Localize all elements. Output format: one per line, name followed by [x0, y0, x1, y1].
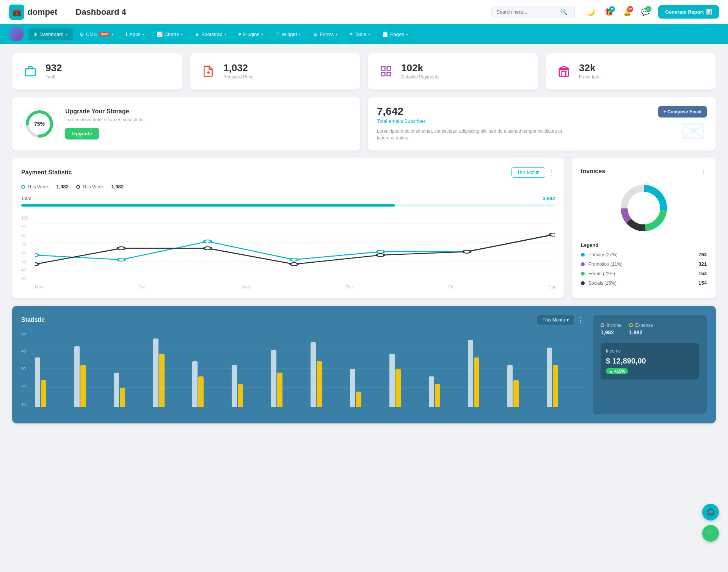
chevron-down-icon-cms: ▾	[111, 32, 113, 36]
cms-new-badge: New	[99, 32, 110, 36]
svg-point-28	[377, 254, 384, 257]
nav-item-apps[interactable]: ℹ Apps ▾	[120, 28, 150, 40]
nav-item-pages[interactable]: 📄 Pages ▾	[377, 28, 413, 40]
income-legend-value: 1,982	[601, 329, 621, 335]
nav-item-dashboard[interactable]: ⊞ Dashboard ▾	[28, 28, 73, 40]
svg-rect-6	[381, 72, 385, 76]
stat-card-required-price: 1,032 Required Price	[190, 53, 360, 89]
grid-icon	[377, 62, 395, 80]
email-info: 7,642 Total emails Subcriber.	[377, 106, 427, 124]
stat-more-options-button[interactable]: ⋮	[577, 316, 584, 324]
nav-item-widget[interactable]: ♡ Widget ▾	[270, 28, 306, 40]
force-tariff-value: 32k	[579, 63, 601, 73]
income-panel-value: $ 12,890,00	[606, 357, 694, 365]
nav-label-charts: Charts	[165, 31, 179, 37]
generate-report-button[interactable]: Generate Report 📊	[658, 5, 719, 19]
this-month-button[interactable]: This Month	[511, 167, 545, 178]
header: 💼 dompet Dashboard 4 🔍 🌙 🎁 2 🔔 12 💬 5 Ge…	[0, 0, 728, 24]
print-icon: 🖨	[313, 31, 318, 37]
nav-label-plugins: Plugins	[243, 31, 259, 37]
payment-header: Payment Statistic This Month ⋮	[21, 167, 555, 178]
logo-icon: 💼	[9, 5, 24, 20]
nav-item-forms[interactable]: 🖨 Forms ▾	[308, 28, 343, 40]
socials-color-dot	[581, 281, 585, 285]
email-envelope-icon: ✉	[681, 114, 706, 149]
up-arrow-icon: ▲	[609, 369, 613, 373]
nav-avatar	[9, 27, 24, 41]
search-bar[interactable]: 🔍	[491, 6, 575, 18]
line-chart-container: 100 90 80 70 60 50 40 30	[21, 214, 555, 289]
stat-header-controls: This Month ▾ ⋮	[537, 315, 584, 325]
payment-card: Payment Statistic This Month ⋮ This Week…	[12, 158, 564, 298]
chart-icon: 📊	[706, 9, 712, 15]
dark-dot-icon	[76, 185, 80, 189]
logo-text: dompet	[27, 7, 57, 17]
nav-item-table[interactable]: ≡ Table ▾	[344, 28, 375, 40]
nav-label-apps: Apps	[129, 31, 141, 37]
gift-badge: 2	[609, 6, 615, 12]
storage-percentage: 75%	[34, 121, 45, 127]
chevron-down-icon-plugins: ▾	[261, 32, 263, 36]
income-panel-label: Income	[606, 348, 694, 354]
payment-legends: This Week 1,982 This Week 1,982	[21, 184, 555, 190]
stat-card-tariff: 932 Tariff	[12, 53, 182, 89]
legend1-value: 1,982	[56, 184, 69, 190]
legend-this-week-1: This Week	[21, 184, 49, 190]
stat-month-button[interactable]: This Month ▾	[537, 315, 574, 325]
nav-item-bootstrap[interactable]: ★ Bootstrap ▾	[190, 28, 232, 40]
income-badge-value: +15%	[614, 369, 625, 373]
svg-point-24	[35, 263, 39, 266]
nav-item-cms[interactable]: ⚙ CMS New ▾	[74, 28, 119, 40]
invoices-header: Invoices ⋮	[581, 167, 707, 176]
y-axis: 100 90 80 70 60 50 40 30	[21, 214, 35, 282]
email-description: Lorem ipsum dolor sit amet, consectetur …	[377, 128, 575, 141]
storage-card: 75% Upgrade Your Storage Lorem ipsum dol…	[12, 97, 360, 150]
nav-label-bootstrap: Bootstrap	[201, 31, 223, 37]
storage-description: Lorem ipsum dolor sit amet, onsectetur.	[65, 117, 145, 122]
gear-icon: ⚙	[80, 31, 84, 37]
moon-icon-btn[interactable]: 🌙	[584, 5, 598, 19]
line-chart-svg-area	[35, 214, 555, 282]
income-legend-dot	[601, 323, 604, 327]
svg-rect-0	[25, 69, 36, 76]
nav-item-plugins[interactable]: ♥ Plugins ▾	[233, 28, 268, 40]
email-card-top: 7,642 Total emails Subcriber. + Compose …	[377, 106, 707, 124]
chat-icon-btn[interactable]: 💬 5	[639, 5, 652, 19]
legend-row-primary: Primary (27%) 763	[581, 252, 707, 257]
required-price-value: 1,032	[223, 63, 253, 73]
upgrade-button[interactable]: Upgrade	[65, 128, 99, 139]
bell-icon-btn[interactable]: 🔔 12	[620, 5, 634, 19]
gift-icon-btn[interactable]: 🎁 2	[602, 5, 616, 19]
forum-label: Forum (22%)	[588, 271, 615, 276]
nav-label-forms: Forms	[320, 31, 334, 37]
stats-row: 932 Tariff 1,032 Required Price 102k Det…	[12, 53, 716, 89]
socials-label: Socials (15%)	[588, 281, 617, 286]
moon-icon: 🌙	[587, 8, 595, 16]
heart-icon: ♥	[238, 31, 242, 37]
nav-label-cms: CMS	[86, 31, 97, 37]
svg-point-27	[290, 263, 298, 266]
required-price-label: Required Price	[223, 74, 253, 80]
info-icon: ℹ	[126, 31, 127, 37]
payment-title: Payment Statistic	[21, 169, 72, 176]
svg-point-21	[377, 250, 384, 253]
invoices-legend-list: Primary (27%) 763 Promotion (11%) 321 Fo…	[581, 252, 707, 286]
svg-point-29	[463, 250, 471, 253]
expense-legend: Expense 1,982	[629, 323, 653, 335]
chevron-down-icon-table: ▾	[368, 32, 370, 36]
primary-label: Primary (27%)	[588, 252, 618, 257]
nav-item-charts[interactable]: 📈 Charts ▾	[151, 28, 188, 40]
x-axis: Mon Tue Wed Thu Fri Sat	[35, 285, 555, 289]
total-label: Total	[21, 196, 31, 201]
stat-sidebar: Income 1,982 Expense 1,982 Income $ 12,8…	[593, 315, 707, 414]
promotion-color-dot	[581, 262, 585, 266]
expense-legend-dot	[629, 323, 633, 327]
tariff-label: Tariff	[46, 74, 62, 80]
invoices-more-options-button[interactable]: ⋮	[700, 167, 707, 176]
search-input[interactable]	[496, 9, 557, 15]
table-icon: ≡	[350, 31, 353, 37]
chevron-down-icon-widget: ▾	[299, 32, 301, 36]
briefcase-icon	[21, 62, 39, 80]
payment-more-options-button[interactable]: ⋮	[548, 168, 555, 177]
navbar: ⊞ Dashboard ▾ ⚙ CMS New ▾ ℹ Apps ▾ 📈 Cha…	[0, 24, 728, 44]
